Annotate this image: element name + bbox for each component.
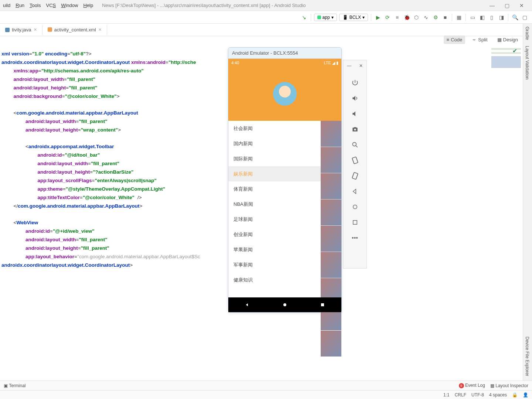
tool2-icon[interactable]: ▭	[469, 14, 476, 21]
svg-rect-4	[352, 157, 358, 164]
volume-down-icon[interactable]	[351, 110, 359, 118]
rotate-right-icon[interactable]	[351, 172, 359, 180]
drawer-item[interactable]: 社会新闻	[228, 121, 321, 136]
layout-inspector-tool[interactable]: ▦ Layout Inspector	[490, 383, 528, 388]
zoom-icon[interactable]	[351, 141, 359, 149]
caret-position[interactable]: 1:1	[443, 392, 450, 398]
svg-point-2	[354, 129, 356, 130]
tab-close-icon[interactable]: ✕	[34, 27, 37, 32]
home-icon[interactable]	[282, 302, 288, 308]
drawer-item[interactable]: 国际新闻	[228, 151, 321, 166]
tab-activity-content-xml[interactable]: activity_content.xml✕	[42, 25, 107, 35]
view-code[interactable]: ≡ Code	[444, 35, 466, 44]
view-design[interactable]: ▦ Design	[494, 35, 521, 44]
avatar[interactable]	[273, 82, 297, 106]
emu-close-icon[interactable]: ✕	[359, 63, 363, 68]
device-net: LTE ◢ ▮	[324, 61, 338, 65]
drawer-item[interactable]: 苹果新闻	[228, 242, 321, 257]
volume-up-icon[interactable]	[351, 94, 359, 102]
sync-icon[interactable]: ↘	[300, 14, 308, 21]
nav-drawer: 社会新闻国内新闻国际新闻娱乐新闻体育新闻NBA新闻足球新闻创业新闻苹果新闻军事新…	[228, 121, 321, 297]
back-icon[interactable]	[244, 302, 250, 308]
bottom-status: 1:1 CRLF UTF-8 4 spaces 🔒 👤	[0, 390, 532, 399]
event-log-tool[interactable]: 9 Event Log	[459, 383, 485, 388]
avd-icon[interactable]: ⚙	[432, 14, 439, 21]
tool5-icon[interactable]: ◨	[498, 14, 505, 21]
search-icon[interactable]: 🔍	[511, 14, 519, 21]
drawer-item[interactable]: NBA新闻	[228, 197, 321, 212]
lock-icon[interactable]: 🔒	[512, 392, 518, 398]
inspector-icon[interactable]: 👤	[523, 392, 528, 398]
svg-point-0	[283, 303, 286, 306]
coverage-icon[interactable]: ⬡	[413, 14, 420, 21]
menu-help[interactable]: Help	[83, 3, 93, 8]
toolbar: ↘ app ▾ 📱 BCLX ▾ ▶ ⟳ ≡ 🐞 ⬡ ∿ ⚙ ■ ▦ ▭ ◧ ▯…	[0, 11, 532, 24]
menu-run[interactable]: Run	[16, 3, 24, 8]
debug-attach-icon[interactable]: ≡	[393, 14, 401, 21]
rotate-left-icon[interactable]	[351, 156, 359, 164]
profile-icon[interactable]: ∿	[422, 14, 430, 21]
svg-rect-5	[352, 172, 358, 179]
stop-icon[interactable]: ■	[441, 14, 449, 21]
drawer-item[interactable]: 娱乐新闻	[228, 166, 321, 181]
tool4-icon[interactable]: ▯	[488, 14, 495, 21]
nav-home-icon[interactable]	[351, 203, 359, 211]
nav-back-icon[interactable]	[351, 187, 359, 195]
xml-icon	[48, 27, 52, 32]
user-icon[interactable]: ▢	[521, 14, 528, 21]
right-tool-rail: Gradle Layout Validation Device File Exp…	[523, 24, 532, 381]
run-config-selector[interactable]: app ▾	[314, 14, 337, 21]
editor-tabs: tivity.java✕ activity_content.xml✕	[0, 24, 532, 36]
maximize-icon[interactable]: ▢	[499, 3, 514, 8]
svg-rect-7	[353, 221, 357, 225]
java-icon	[5, 28, 10, 32]
debug-icon[interactable]: 🐞	[403, 14, 410, 21]
device-file-explorer-tool[interactable]: Device File Explorer	[523, 334, 531, 379]
run-icon[interactable]: ▶	[374, 14, 382, 21]
camera-icon[interactable]	[351, 125, 359, 133]
tab-activity-java[interactable]: tivity.java✕	[0, 25, 42, 35]
more-icon[interactable]: •••	[351, 234, 359, 242]
status-bar: ▣ Terminal 9 Event Log ▦ Layout Inspecto…	[0, 381, 532, 390]
gradle-tool[interactable]: Gradle	[523, 24, 531, 43]
emu-minimize-icon[interactable]: ―	[347, 63, 351, 68]
file-encoding[interactable]: UTF-8	[471, 392, 484, 398]
device-screen[interactable]: 4:40 LTE ◢ ▮ 社会新闻国内新闻国际新闻娱乐新闻体育新闻NBA新闻足球…	[228, 59, 341, 312]
drawer-item[interactable]: 创业新闻	[228, 227, 321, 242]
inspection-ok-icon: ✔	[512, 47, 517, 54]
emulator-title[interactable]: Android Emulator - BCLX:5554	[228, 48, 341, 59]
line-separator[interactable]: CRLF	[455, 392, 466, 398]
layout-validation-tool[interactable]: Layout Validation	[523, 43, 531, 82]
minimize-icon[interactable]: ―	[485, 3, 499, 8]
drawer-item[interactable]: 体育新闻	[228, 181, 321, 197]
recents-icon[interactable]	[320, 302, 325, 308]
window-title: News [F:\DeskTop\News] - ...\app\src\mai…	[102, 3, 485, 8]
tool3-icon[interactable]: ◧	[478, 14, 486, 21]
drawer-item[interactable]: 足球新闻	[228, 212, 321, 227]
close-icon[interactable]: ✕	[514, 3, 529, 8]
terminal-tool[interactable]: ▣ Terminal	[4, 383, 25, 388]
tab-close-icon[interactable]: ✕	[98, 27, 102, 32]
menu-tools[interactable]: Tools	[30, 3, 41, 8]
device-navbar	[228, 297, 341, 312]
android-icon	[317, 16, 321, 19]
device-time: 4:40	[231, 61, 239, 65]
drawer-header	[228, 67, 341, 121]
apply-changes-icon[interactable]: ⟳	[384, 14, 391, 21]
device-selector[interactable]: 📱 BCLX ▾	[339, 14, 368, 21]
menu-window[interactable]: Window	[61, 3, 78, 8]
indent[interactable]: 4 spaces	[489, 392, 507, 398]
menu-vcs[interactable]: VCS	[46, 3, 56, 8]
view-split[interactable]: ⫟ Split	[469, 35, 490, 44]
nav-overview-icon[interactable]	[351, 218, 359, 226]
menu-build[interactable]: uild	[3, 3, 10, 8]
svg-rect-1	[321, 303, 324, 306]
power-icon[interactable]	[351, 79, 359, 87]
view-mode-tabs: ≡ Code ⫟ Split ▦ Design	[444, 35, 521, 44]
drawer-item[interactable]: 军事新闻	[228, 257, 321, 272]
svg-point-6	[353, 205, 357, 209]
tool1-icon[interactable]: ▦	[455, 14, 463, 21]
content-behind	[321, 121, 341, 297]
drawer-item[interactable]: 健康知识	[228, 272, 321, 287]
drawer-item[interactable]: 国内新闻	[228, 136, 321, 151]
